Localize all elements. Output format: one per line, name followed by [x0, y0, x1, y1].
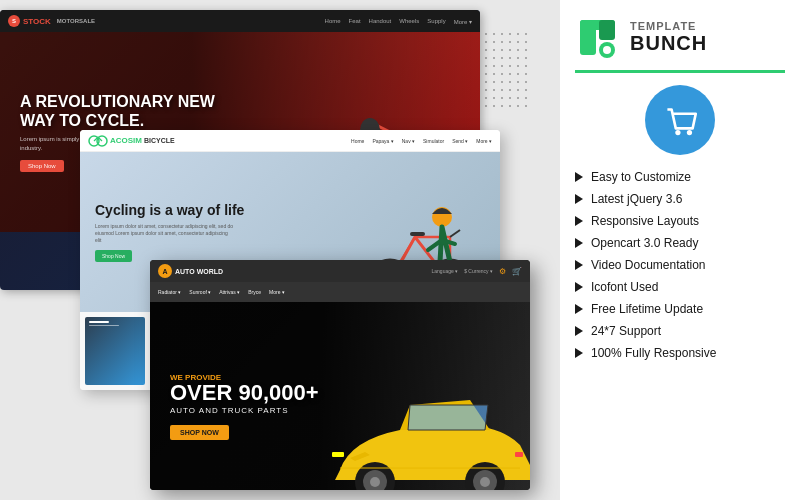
brand-name-line1: template	[630, 20, 707, 32]
feature-arrow-easy-customize	[575, 172, 583, 182]
feature-label-fully-responsive: 100% Fully Responsive	[591, 346, 716, 360]
svg-point-35	[687, 130, 692, 135]
svg-point-33	[603, 46, 611, 54]
svg-rect-17	[410, 232, 425, 236]
logo-bicycle: ACOSIM BICYCLE	[88, 134, 175, 148]
features-list: Easy to Customize Latest jQuery 3.6 Resp…	[575, 167, 785, 490]
hero3-headline1: OVER 90,000+	[170, 382, 319, 404]
feature-label-support: 24*7 Support	[591, 324, 661, 338]
cart-icon-container	[575, 85, 785, 155]
feature-item-icofont: Icofont Used	[575, 277, 785, 297]
info-panel: template BUNch Easy to Customize Latest …	[560, 0, 800, 500]
feature-arrow-icofont	[575, 282, 583, 292]
feature-item-lifetime-update: Free Lifetime Update	[575, 299, 785, 319]
hero3-headline2: AUTO AND TRUCK PARTS	[170, 406, 319, 415]
svg-rect-28	[332, 452, 344, 457]
feature-label-jquery: Latest jQuery 3.6	[591, 192, 682, 206]
hero1-headline: A REVOLUTIONARY NEW	[20, 92, 215, 111]
svg-rect-27	[515, 452, 523, 457]
brand-name: template BUNch	[630, 20, 707, 55]
brand-name-container: template BUNch	[630, 20, 707, 55]
feature-arrow-responsive	[575, 216, 583, 226]
feature-item-easy-customize: Easy to Customize	[575, 167, 785, 187]
logo-circle-1: S	[8, 15, 20, 27]
feature-arrow-support	[575, 326, 583, 336]
logo3-emblem: A	[158, 264, 172, 278]
feature-item-video-docs: Video Documentation	[575, 255, 785, 275]
sub-nav-3: Radiator ▾ Sunroof ▾ Attrivas ▾ Bryce Mo…	[150, 282, 530, 302]
feature-item-opencart: Opencart 3.0 Ready	[575, 233, 785, 253]
feature-arrow-lifetime-update	[575, 304, 583, 314]
svg-point-23	[370, 477, 380, 487]
feature-arrow-fully-responsive	[575, 348, 583, 358]
hero-area-3: WE PROVIDE OVER 90,000+ AUTO AND TRUCK P…	[150, 302, 530, 490]
logo-autoparts: A AUTO WORLD	[158, 264, 223, 278]
svg-point-26	[480, 477, 490, 487]
feature-label-responsive: Responsive Layouts	[591, 214, 699, 228]
hero3-cta[interactable]: Shop Now	[170, 425, 229, 440]
brand-name-line2: BUNch	[630, 32, 707, 55]
feature-label-video-docs: Video Documentation	[591, 258, 706, 272]
feature-arrow-opencart	[575, 238, 583, 248]
logo3-text: AUTO WORLD	[175, 268, 223, 275]
screenshot-autoparts: A AUTO WORLD Language ▾ $ Currency ▾ ⚙ 🛒…	[150, 260, 530, 490]
feature-label-lifetime-update: Free Lifetime Update	[591, 302, 703, 316]
cart-circle	[645, 85, 715, 155]
feature-arrow-video-docs	[575, 260, 583, 270]
thumb-1	[85, 317, 145, 385]
hero1-cta[interactable]: Shop Now	[20, 160, 64, 172]
svg-rect-31	[599, 20, 615, 40]
brand-header: template BUNch	[575, 15, 785, 73]
feature-arrow-jquery	[575, 194, 583, 204]
hero2-headline: Cycling is a way of life	[95, 202, 244, 219]
feature-label-opencart: Opencart 3.0 Ready	[591, 236, 698, 250]
hero2-body: Lorem ipsum dolor sit amet, consectetur …	[95, 223, 235, 244]
car-image	[320, 370, 530, 490]
feature-item-support: 24*7 Support	[575, 321, 785, 341]
nav-bar-2: ACOSIM BICYCLE Home Papaya ▾ Nav ▾ Simul…	[80, 130, 500, 152]
feature-label-icofont: Icofont Used	[591, 280, 658, 294]
feature-label-easy-customize: Easy to Customize	[591, 170, 691, 184]
hero-text-2: Cycling is a way of life Lorem ipsum dol…	[95, 202, 244, 262]
nav-bar-1: S STOCK MOTORSALE Home Feat Handout Whee…	[0, 10, 480, 32]
feature-item-fully-responsive: 100% Fully Responsive	[575, 343, 785, 363]
brand-logo-svg	[575, 15, 620, 60]
feature-item-responsive: Responsive Layouts	[575, 211, 785, 231]
logo-stock: S STOCK MOTORSALE	[8, 15, 95, 27]
hero1-headline2: WAY TO CYCLE.	[20, 111, 215, 130]
nav-bar-3: A AUTO WORLD Language ▾ $ Currency ▾ ⚙ 🛒	[150, 260, 530, 282]
screenshots-panel: S STOCK MOTORSALE Home Feat Handout Whee…	[0, 0, 560, 500]
hero-text-3: WE PROVIDE OVER 90,000+ AUTO AND TRUCK P…	[170, 373, 319, 440]
svg-point-34	[675, 130, 680, 135]
hero2-cta[interactable]: Shop Now	[95, 250, 132, 262]
svg-line-16	[450, 230, 460, 237]
feature-item-jquery: Latest jQuery 3.6	[575, 189, 785, 209]
